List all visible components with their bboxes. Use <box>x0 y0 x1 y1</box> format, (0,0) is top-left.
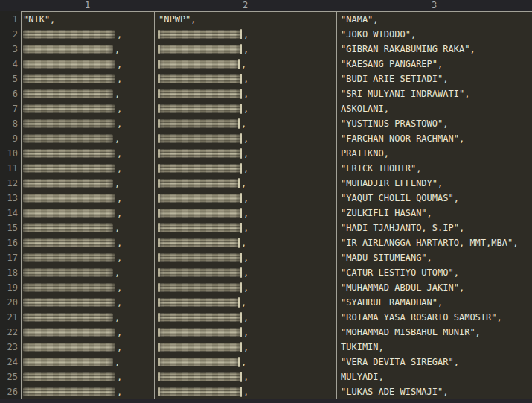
npwp-cell[interactable]: , <box>154 369 336 384</box>
nama-cell[interactable]: "HADI TJAHJANTO, S.IP", <box>336 220 532 235</box>
column-header-3[interactable]: 3 <box>336 0 532 11</box>
nik-cell[interactable]: , <box>21 191 154 206</box>
nik-cell[interactable]: , <box>21 369 154 384</box>
nik-cell[interactable]: , <box>21 101 154 116</box>
nama-cell[interactable]: "CATUR LESTIYO UTOMO", <box>336 265 532 280</box>
nama-cell[interactable]: "BUDI ARIE SETIADI", <box>336 72 532 86</box>
nama-cell[interactable]: "YAQUT CHOLIL QOUMAS", <box>336 191 532 206</box>
nama-cell[interactable]: TUKIMIN, <box>336 340 532 355</box>
nik-cell[interactable]: , <box>21 86 154 101</box>
nama-cell[interactable]: "MOHAMMAD MISBAHUL MUNIR", <box>336 325 532 340</box>
line-number: 7 <box>0 101 21 116</box>
nik-cell[interactable]: , <box>21 161 154 176</box>
nik-cell[interactable]: , <box>21 310 154 325</box>
nama-cell[interactable]: "JOKO WIDODO", <box>336 27 532 42</box>
nik-trailing-comma: , <box>115 310 120 325</box>
nik-cell[interactable]: , <box>21 235 154 250</box>
header-underline <box>21 11 532 12</box>
nama-cell[interactable]: "IR AIRLANGGA HARTARTO, MMT,MBA", <box>336 235 532 250</box>
nik-cell[interactable]: , <box>21 384 154 399</box>
npwp-cell[interactable]: , <box>154 131 336 146</box>
npwp-cell[interactable]: , <box>154 310 336 325</box>
npwp-cell[interactable]: , <box>154 176 336 191</box>
nama-cell[interactable]: "LUKAS ADE WISMAJI", <box>336 384 532 399</box>
nama-cell[interactable]: "FARCHAN NOOR RACHMAN", <box>336 131 532 146</box>
npwp-cell[interactable]: , <box>154 235 336 250</box>
npwp-cell[interactable]: , <box>154 250 336 265</box>
nama-cell[interactable]: "ROTAMA YASA ROSARIO SAMOSIR", <box>336 310 532 325</box>
npwp-trailing-comma: , <box>243 325 249 340</box>
table-row: 3 , , "GIBRAN RAKABUMING RAKA", <box>0 42 532 57</box>
nik-cell[interactable]: , <box>21 131 154 146</box>
nik-cell[interactable]: , <box>21 295 154 310</box>
npwp-cell[interactable]: , <box>154 340 336 355</box>
npwp-cell[interactable]: , <box>154 384 336 399</box>
npwp-cell[interactable]: , <box>154 146 336 161</box>
nama-cell[interactable]: "YUSTINUS PRASTOWO", <box>336 116 532 131</box>
npwp-cell[interactable]: , <box>154 57 336 72</box>
npwp-header-cell[interactable]: "NPWP", <box>154 12 336 27</box>
nik-cell[interactable]: , <box>21 340 154 355</box>
nama-cell[interactable]: "MUHAMMAD ABDUL JAKIN", <box>336 280 532 295</box>
npwp-trailing-comma: , <box>243 72 249 86</box>
nama-cell[interactable]: "ZULKIFLI HASAN", <box>336 206 532 220</box>
npwp-cell[interactable]: , <box>154 220 336 235</box>
npwp-cell[interactable]: , <box>154 325 336 340</box>
nik-cell[interactable]: , <box>21 355 154 369</box>
column-header-2[interactable]: 2 <box>154 0 336 11</box>
table-row: 22 , , "MOHAMMAD MISBAHUL MUNIR", <box>0 325 532 340</box>
redacted-npwp-bar <box>158 253 242 262</box>
npwp-trailing-comma: , <box>243 220 249 235</box>
nama-cell[interactable]: "SYAHRUL RAMADHAN", <box>336 295 532 310</box>
npwp-cell[interactable]: , <box>154 280 336 295</box>
nik-cell[interactable]: , <box>21 116 154 131</box>
nama-header-cell[interactable]: "NAMA", <box>336 12 532 27</box>
nama-cell[interactable]: "VERA DEVITA SIREGAR", <box>336 355 532 369</box>
nik-cell[interactable]: , <box>21 57 154 72</box>
npwp-cell[interactable]: , <box>154 72 336 86</box>
redacted-nik-bar <box>23 104 115 113</box>
nik-trailing-comma: , <box>117 101 122 116</box>
nik-cell[interactable]: , <box>21 72 154 86</box>
line-number: 14 <box>0 206 21 220</box>
nama-cell[interactable]: "KAESANG PANGAREP", <box>336 57 532 72</box>
redacted-nik-bar <box>23 253 115 262</box>
column-header-1[interactable]: 1 <box>21 0 154 11</box>
nik-cell[interactable]: , <box>21 146 154 161</box>
npwp-cell[interactable]: , <box>154 191 336 206</box>
nama-cell[interactable]: "MUHADJIR EFFENDY", <box>336 176 532 191</box>
npwp-cell[interactable]: , <box>154 265 336 280</box>
nama-cell[interactable]: PRATIKNO, <box>336 146 532 161</box>
npwp-cell[interactable]: , <box>154 355 336 369</box>
npwp-cell[interactable]: , <box>154 161 336 176</box>
nik-cell[interactable]: , <box>21 42 154 57</box>
redacted-nik-bar <box>23 134 113 143</box>
nik-cell[interactable]: , <box>21 220 154 235</box>
nama-cell[interactable]: "MADU SITUMEANG", <box>336 250 532 265</box>
npwp-trailing-comma: , <box>243 265 249 280</box>
nik-cell[interactable]: , <box>21 206 154 220</box>
line-number: 18 <box>0 265 21 280</box>
npwp-cell[interactable]: , <box>154 206 336 220</box>
nama-cell[interactable]: ASKOLANI, <box>336 101 532 116</box>
nik-header-cell[interactable]: "NIK", <box>21 12 154 27</box>
nik-cell[interactable]: , <box>21 280 154 295</box>
npwp-cell[interactable]: , <box>154 295 336 310</box>
nik-trailing-comma: , <box>117 161 122 176</box>
npwp-cell[interactable]: , <box>154 27 336 42</box>
nik-cell[interactable]: , <box>21 325 154 340</box>
nik-cell[interactable]: , <box>21 250 154 265</box>
nik-cell[interactable]: , <box>21 176 154 191</box>
nama-cell[interactable]: MULYADI, <box>336 369 532 384</box>
redacted-npwp-bar <box>158 119 240 128</box>
npwp-cell[interactable]: , <box>154 101 336 116</box>
nama-cell[interactable]: "GIBRAN RAKABUMING RAKA", <box>336 42 532 57</box>
nama-cell[interactable]: "ERICK THOHIR", <box>336 161 532 176</box>
nik-cell[interactable]: , <box>21 265 154 280</box>
npwp-cell[interactable]: , <box>154 116 336 131</box>
npwp-cell[interactable]: , <box>154 86 336 101</box>
npwp-cell[interactable]: , <box>154 42 336 57</box>
nik-cell[interactable]: , <box>21 27 154 42</box>
nama-cell[interactable]: "SRI MULYANI INDRAWATI", <box>336 86 532 101</box>
line-number: 26 <box>0 384 21 399</box>
